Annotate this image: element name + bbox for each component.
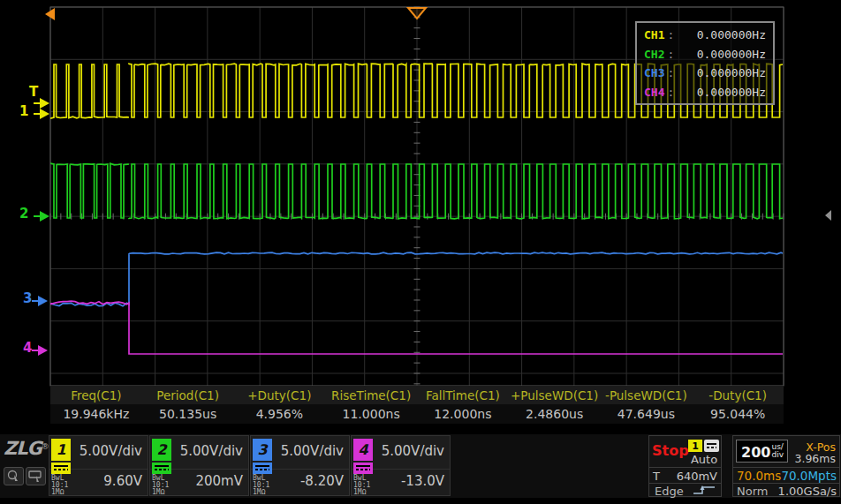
measurement-label[interactable]: -Duty(C1) — [692, 386, 784, 404]
channel-offset: -8.20V — [300, 473, 344, 489]
acquisition-mode[interactable]: Norm — [737, 485, 768, 498]
measurement-label[interactable]: +PulseWD(C1) — [509, 386, 601, 404]
channel-offset: -13.0V — [401, 473, 444, 489]
ch1-trace[interactable] — [51, 64, 129, 118]
dc-coupling-icon — [152, 463, 171, 474]
frequency-row: CH3 : 0.000000Hz — [644, 64, 766, 83]
trigger-panel[interactable]: Stop 1 Auto T 640mV Edge — [648, 435, 722, 497]
xpos-value[interactable]: 3.96ms — [794, 452, 836, 465]
record-points: 70.0Mpts — [781, 469, 837, 483]
measurement-label[interactable]: Period(C1) — [142, 386, 234, 404]
oscilloscope-screen: { "brand": {"name": "ZLG", "reg": "®"}, … — [0, 0, 841, 504]
measurement-labels-row: Freq(C1)Period(C1)+Duty(C1)RiseTime(C1)F… — [50, 386, 784, 404]
volts-per-div: 5.00V/div — [382, 443, 444, 459]
probe-info: BwL 10:1 1MΩ — [353, 475, 370, 496]
channel-label: CH1 — [644, 28, 664, 41]
channel-offset: 200mV — [195, 473, 243, 489]
ch1-position-arrow[interactable] — [40, 109, 49, 119]
ch4-position-arrow[interactable] — [38, 345, 48, 356]
channel-badge[interactable]: 3 — [253, 439, 272, 474]
separator: : — [667, 28, 674, 41]
record-duration: 70.0ms — [737, 469, 781, 483]
touch-gesture-button[interactable] — [4, 467, 24, 485]
dc-coupling-icon — [353, 463, 373, 474]
measurement-value: 12.000ns — [417, 404, 509, 424]
channel-label: CH2 — [644, 48, 664, 61]
frequency-value: 0.000000Hz — [697, 86, 766, 99]
measurement-label[interactable]: FallTime(C1) — [417, 386, 509, 404]
dc-coupling-icon — [51, 463, 71, 474]
brand-name: ZLG — [4, 438, 42, 459]
touchpad-button[interactable] — [26, 467, 46, 485]
ch2-position-marker-label[interactable]: 2 — [19, 207, 28, 220]
frequency-row: CH2 : 0.000000Hz — [644, 45, 766, 64]
probe-info: BwL 10:1 1MΩ — [152, 475, 169, 496]
channel-number: 4 — [353, 439, 373, 461]
trigger-level-marker-label[interactable]: T — [29, 86, 38, 98]
channel-2-block[interactable]: 2 5.00V/div BwL 10:1 1MΩ 200mV — [149, 435, 249, 496]
timebase-panel[interactable]: 200 us/ div X-Pos 3.96ms 70.0ms 70.0Mpts… — [732, 435, 840, 497]
channel-number: 1 — [51, 439, 71, 461]
measurement-value: 95.044% — [692, 404, 784, 424]
volts-per-div: 5.00V/div — [180, 443, 243, 459]
timebase-scale-unit: us/ div — [771, 443, 784, 459]
touch-pad-icon — [28, 470, 43, 483]
trigger-mode[interactable]: Auto — [688, 453, 720, 466]
touch-circle-icon — [6, 470, 21, 483]
volts-per-div: 5.00V/div — [80, 443, 142, 459]
input-impedance: 1MΩ — [353, 488, 366, 496]
ch2-trace[interactable] — [51, 163, 129, 218]
channel-badge[interactable]: 4 — [353, 439, 373, 474]
channel-number: 2 — [152, 439, 171, 461]
measurement-label[interactable]: +Duty(C1) — [234, 386, 326, 404]
measurement-value: 50.135us — [142, 404, 234, 424]
input-impedance: 1MΩ — [152, 488, 164, 496]
channel-4-block[interactable]: 4 5.00V/div BwL 10:1 1MΩ -13.0V — [351, 435, 451, 496]
channel-3-block[interactable]: 3 5.00V/div BwL 10:1 1MΩ -8.20V — [250, 435, 350, 496]
bottom-toolbar: ZLG® 1 5.00V/div BwL 10:1 1MΩ — [0, 434, 841, 498]
timebase-scale-box[interactable]: 200 us/ div — [736, 440, 788, 463]
frequency-row: CH4 : 0.000000Hz — [644, 83, 766, 102]
ch2-position-arrow[interactable] — [40, 211, 49, 222]
trigger-level-value[interactable]: 640mV — [677, 470, 717, 483]
measurement-values-row: 19.946kHz50.135us4.956%11.000ns12.000ns2… — [50, 404, 784, 424]
measurement-label[interactable]: Freq(C1) — [50, 386, 142, 404]
brand-logo: ZLG® — [4, 438, 48, 494]
trigger-source-badge[interactable]: 1 — [688, 440, 702, 452]
trigger-level-label: T — [653, 470, 660, 483]
measurement-label[interactable]: -PulseWD(C1) — [601, 386, 693, 404]
measurement-value: 11.000ns — [325, 404, 417, 424]
measurement-value: 2.4860us — [509, 404, 601, 424]
separator: : — [667, 48, 674, 61]
separator: : — [667, 66, 674, 79]
channel-label: CH3 — [644, 66, 664, 79]
trigger-position-marker[interactable] — [408, 8, 426, 19]
frequency-counter-panel: CH1 : 0.000000Hz CH2 : 0.000000Hz CH3 : … — [635, 21, 775, 105]
sample-rate: 1.00GSa/s — [778, 485, 837, 498]
measurement-value: 47.649us — [601, 404, 693, 424]
separator: : — [667, 86, 674, 99]
channel-number: 3 — [253, 439, 272, 461]
measurement-value: 19.946kHz — [50, 404, 142, 424]
trigger-level-arrow[interactable] — [40, 98, 49, 109]
side-panel-collapse-arrow[interactable] — [825, 210, 831, 221]
ch1-position-marker-label[interactable]: 1 — [19, 105, 28, 117]
channel-offset: 9.60V — [103, 473, 142, 489]
timebase-scale-value: 200 — [741, 444, 770, 461]
frequency-value: 0.000000Hz — [697, 48, 766, 61]
frequency-value: 0.000000Hz — [697, 66, 766, 79]
probe-info: BwL 10:1 1MΩ — [253, 475, 269, 496]
channel-1-block[interactable]: 1 5.00V/div BwL 10:1 1MΩ 9.60V — [49, 435, 148, 496]
channel-badge[interactable]: 1 — [51, 439, 71, 474]
channel-badge[interactable]: 2 — [152, 439, 171, 474]
ch3-position-arrow[interactable] — [38, 296, 48, 306]
ch2-trace[interactable] — [129, 164, 783, 219]
dc-coupling-icon — [253, 463, 272, 474]
trigger-type[interactable]: Edge — [655, 485, 684, 498]
ch4-position-marker-label[interactable]: 4 — [23, 342, 32, 354]
measurement-label[interactable]: RiseTime(C1) — [325, 386, 417, 404]
run-stop-button[interactable]: Stop — [652, 442, 689, 459]
measurement-value: 4.956% — [234, 404, 326, 424]
ch3-position-marker-label[interactable]: 3 — [23, 292, 32, 305]
trigger-coupling-dc-icon — [704, 440, 719, 452]
